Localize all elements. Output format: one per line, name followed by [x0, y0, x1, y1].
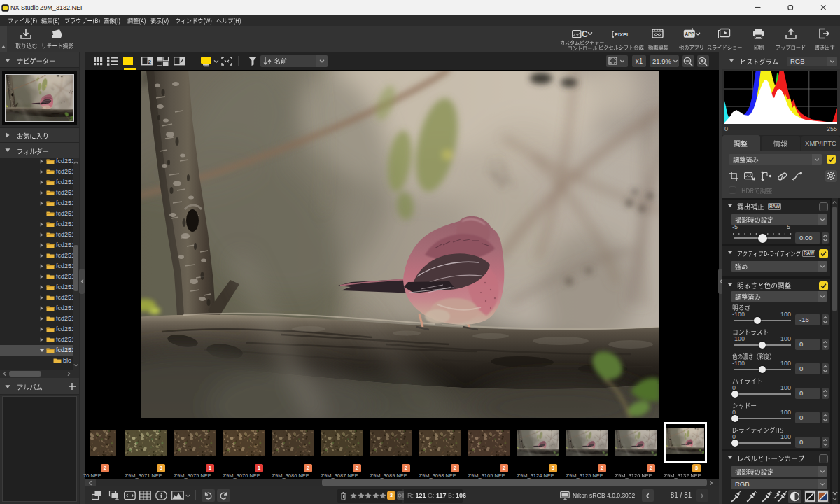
svg-text:2: 2 — [148, 59, 152, 65]
svg-text:PIXEL: PIXEL — [615, 31, 630, 38]
svg-text:APP: APP — [685, 31, 695, 36]
svg-text:C: C — [582, 29, 588, 39]
svg-text:i: i — [160, 492, 162, 500]
